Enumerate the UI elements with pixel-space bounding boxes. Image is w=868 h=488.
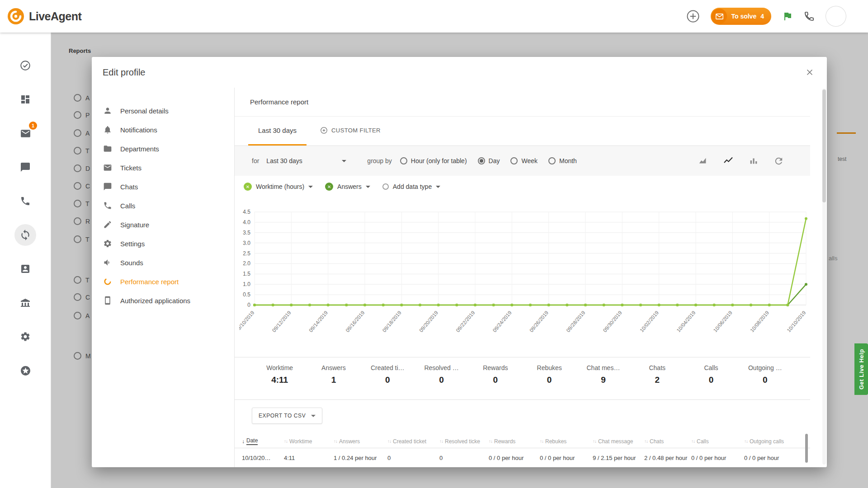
column-header-worktime[interactable]: ↑↓Worktime (284, 438, 334, 445)
to-solve-button[interactable]: To solve 4 (711, 8, 771, 25)
series-legend: ✕ Worktime (hours) ✕ Answers Add data ty… (235, 176, 810, 197)
legend-remove-worktime[interactable]: ✕ (244, 183, 252, 191)
column-header-resolved-tickets[interactable]: ↑↓Resolved ticke (439, 438, 489, 445)
phone-button[interactable] (804, 11, 815, 22)
column-header-outgoing-calls[interactable]: ↑↓Outgoing calls (744, 438, 805, 445)
nav-item-personal-details[interactable]: Personal details (92, 101, 234, 120)
modal-scrollbar[interactable] (822, 89, 826, 465)
nav-item-authorized-applications[interactable]: Authorized applications (92, 291, 234, 310)
svg-text:3.5: 3.5 (243, 230, 250, 236)
range-select[interactable]: Last 30 days (264, 155, 348, 167)
column-header-chats[interactable]: ↑↓Chats (644, 438, 691, 445)
sidebar-item-gamification[interactable] (14, 360, 36, 381)
legend-label: Add data type (393, 183, 432, 190)
nav-item-departments[interactable]: Departments (92, 139, 234, 158)
export-button-label: EXPORT TO CSV (259, 413, 306, 419)
gear-icon (20, 331, 31, 342)
radio-label: Month (559, 157, 577, 164)
nav-item-performance-report[interactable]: Performance report (92, 272, 234, 291)
sort-icon: ↑↓ (334, 439, 337, 444)
sidebar-item-tickets[interactable]: 1 (14, 122, 36, 144)
groupby-option-hour[interactable]: Hour (only for table) (400, 157, 467, 164)
column-header-rebukes[interactable]: ↑↓Rebukes (540, 438, 593, 445)
tab-last-30-days[interactable]: Last 30 days (248, 117, 307, 145)
nav-item-label: Performance report (120, 278, 179, 286)
sidebar-item-resolve[interactable] (14, 55, 36, 76)
column-header-calls[interactable]: ↑↓Calls (691, 438, 744, 445)
modal-body: Personal details Notifications Departmen… (92, 88, 827, 467)
sidebar-item-company[interactable] (14, 292, 36, 314)
nav-item-settings[interactable]: Settings (92, 234, 234, 253)
filter-bar: for Last 30 days group by Hour (only for… (235, 146, 810, 176)
bar-chart-button[interactable] (749, 156, 759, 166)
radio-selected-icon (478, 157, 485, 164)
radio-label: Day (489, 157, 500, 164)
column-header-rewards[interactable]: ↑↓Rewards (489, 438, 540, 445)
stat-outgoing-calls: Outgoing …0 (738, 364, 792, 399)
nav-item-label: Signature (120, 221, 149, 229)
nav-item-notifications[interactable]: Notifications (92, 120, 234, 139)
svg-text:10/06/2019: 10/06/2019 (712, 310, 733, 333)
table-cell: 0 / 0 per hour (489, 455, 540, 461)
bell-icon (103, 125, 113, 134)
sidebar-item-calls[interactable] (14, 190, 36, 212)
user-avatar[interactable] (826, 6, 846, 27)
line-chart-button[interactable] (723, 155, 734, 166)
modal-title: Edit profile (103, 67, 146, 78)
sidebar-item-dashboard[interactable] (14, 89, 36, 110)
table-cell: 0 / 0 per hour (540, 455, 593, 461)
tab-custom-filter[interactable]: CUSTOM FILTER (310, 117, 391, 145)
for-label: for (252, 157, 259, 164)
sidebar-item-settings[interactable] (14, 326, 36, 347)
nav-item-chats[interactable]: Chats (92, 177, 234, 196)
legend-remove-answers[interactable]: ✕ (325, 183, 333, 191)
nav-item-signature[interactable]: Signature (92, 215, 234, 234)
nav-item-label: Notifications (120, 126, 157, 134)
close-button[interactable] (803, 66, 816, 79)
summary-stats: Worktime4:11 Answers1 Created ti…0 Resol… (235, 357, 810, 400)
refresh-button[interactable] (774, 156, 784, 166)
sync-icon (19, 229, 31, 241)
nav-item-sounds[interactable]: Sounds (92, 253, 234, 272)
report-tabs: Last 30 days CUSTOM FILTER (235, 117, 810, 146)
legend-chip-answers[interactable]: ✕ Answers (325, 183, 370, 191)
table-scrollbar-thumb[interactable] (805, 434, 808, 463)
svg-text:09/20/2019: 09/20/2019 (418, 310, 439, 333)
topbar-actions: To solve 4 (686, 6, 868, 27)
column-header-answers[interactable]: ↑↓Answers (334, 438, 387, 445)
area-chart-button[interactable] (698, 156, 708, 166)
stat-rebukes: Rebukes0 (523, 364, 576, 399)
groupby-option-month[interactable]: Month (548, 157, 577, 164)
modal-scrollbar-thumb[interactable] (822, 89, 826, 202)
column-header-created-tickets[interactable]: ↑↓Created ticket (387, 438, 439, 445)
sidebar-item-contacts[interactable] (14, 258, 36, 280)
groupby-option-week[interactable]: Week (510, 157, 538, 164)
table-cell: 9 / 2.15 per hour (593, 455, 644, 461)
add-button[interactable] (686, 9, 700, 23)
flag-button[interactable] (782, 11, 793, 22)
nav-item-calls[interactable]: Calls (92, 196, 234, 215)
flag-icon (782, 11, 793, 22)
legend-chip-worktime[interactable]: ✕ Worktime (hours) (244, 183, 313, 191)
column-header-date[interactable]: ↓Date (242, 437, 284, 445)
get-live-help-tab[interactable]: Get Live Help (854, 343, 868, 395)
export-to-csv-button[interactable]: EXPORT TO CSV (252, 408, 322, 424)
brand[interactable]: LiveAgent (0, 8, 81, 25)
edit-profile-modal: Edit profile Personal details Notificati… (92, 57, 827, 467)
contact-card-icon (20, 263, 31, 274)
add-data-type-chip[interactable]: Add data type (382, 183, 440, 190)
table-row[interactable]: 10/10/20… 4:11 1 / 0.24 per hour 0 0 0 /… (235, 448, 810, 467)
speaker-icon (103, 258, 113, 267)
svg-text:09/22/2019: 09/22/2019 (455, 310, 476, 333)
svg-text:3.0: 3.0 (243, 240, 250, 246)
svg-text:4.5: 4.5 (243, 209, 250, 215)
nav-item-label: Settings (120, 240, 145, 248)
nav-item-tickets[interactable]: Tickets (92, 158, 234, 177)
phone-icon (804, 11, 815, 22)
column-header-chat-messages[interactable]: ↑↓Chat message (593, 438, 644, 445)
sidebar-item-chats[interactable] (14, 156, 36, 178)
pen-icon (103, 220, 113, 229)
groupby-option-day[interactable]: Day (478, 157, 500, 164)
table-cell: 0 (439, 455, 489, 461)
sidebar-item-reports[interactable] (14, 224, 36, 246)
